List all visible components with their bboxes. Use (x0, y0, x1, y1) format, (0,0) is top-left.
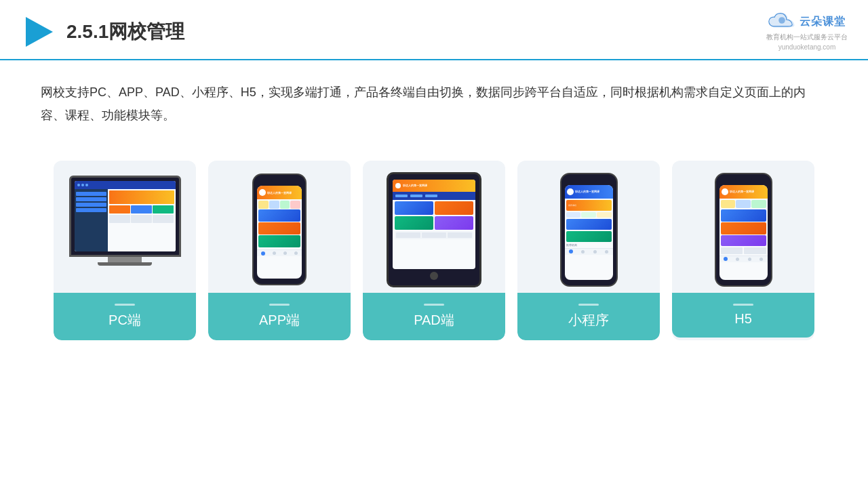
pad-tablet-screen: 职达人的第一堂网课 (393, 180, 475, 269)
page-title: 2.5.1网校管理 (66, 19, 184, 45)
description-text: 网校支持PC、APP、PAD、小程序、H5，实现多端打通，产品各终端自由切换，数… (0, 60, 868, 140)
phone-notch-3 (735, 178, 752, 182)
logo-url: yunduoketang.com (778, 43, 836, 51)
miniprogram-phone-mockup: 职达人的第一堂网课 推荐课程 推荐机构 (560, 173, 618, 287)
pc-label: PC端 (54, 293, 196, 340)
cards-container: PC端 职达人的第一堂网课 (0, 147, 868, 361)
svg-marker-0 (26, 17, 53, 47)
pad-label: PAD端 (363, 293, 505, 340)
logo-name: 云朵课堂 (800, 15, 846, 29)
pad-tablet-mockup: 职达人的第一堂网课 (387, 172, 481, 287)
header: 2.5.1网校管理 云朵课堂 教育机构一站式服务云平台 yunduoketang… (0, 0, 868, 60)
svg-point-1 (778, 17, 785, 24)
pad-image-area: 职达人的第一堂网课 (363, 161, 505, 293)
h5-phone-mockup: 职达人的第一堂网课 (715, 173, 772, 287)
phone-notch (271, 179, 288, 183)
app-phone-screen: 职达人的第一堂网课 (257, 186, 302, 279)
app-card: 职达人的第一堂网课 (208, 161, 351, 340)
logo-area: 云朵课堂 教育机构一站式服务云平台 yunduoketang.com (766, 12, 848, 51)
miniprogram-card: 职达人的第一堂网课 推荐课程 推荐机构 (517, 161, 660, 340)
h5-card: 职达人的第一堂网课 (672, 161, 814, 340)
header-left: 2.5.1网校管理 (20, 14, 184, 49)
pc-mockup (67, 176, 182, 284)
h5-image-area: 职达人的第一堂网课 (672, 161, 814, 293)
h5-phone-screen: 职达人的第一堂网课 (719, 185, 768, 280)
app-phone-mockup: 职达人的第一堂网课 (252, 174, 307, 285)
miniprogram-image-area: 职达人的第一堂网课 推荐课程 推荐机构 (517, 161, 660, 293)
app-image-area: 职达人的第一堂网课 (208, 161, 351, 293)
play-icon (20, 14, 56, 49)
miniprogram-label: 小程序 (517, 293, 660, 340)
logo-cloud: 云朵课堂 (768, 12, 846, 31)
logo-tagline: 教育机构一站式服务云平台 (766, 33, 848, 42)
h5-label: H5 (672, 293, 814, 338)
pad-card: 职达人的第一堂网课 (363, 161, 505, 340)
tablet-home-button (430, 272, 438, 280)
pc-card: PC端 (54, 161, 196, 340)
miniprogram-phone-screen: 职达人的第一堂网课 推荐课程 推荐机构 (565, 185, 613, 280)
cloud-icon (768, 12, 795, 31)
app-label: APP端 (208, 293, 351, 340)
phone-notch-2 (580, 178, 597, 182)
pc-image-area (54, 161, 196, 293)
